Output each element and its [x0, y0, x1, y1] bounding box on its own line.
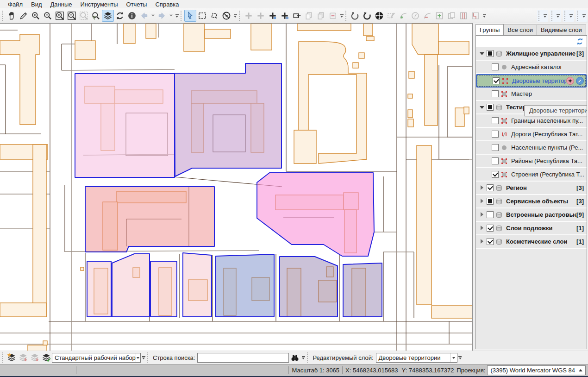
- layer-row[interactable]: Строения (Республика Т...: [476, 168, 587, 182]
- editable-layer-combobox[interactable]: Дворовые территории: [376, 353, 457, 363]
- tab-visible-layers[interactable]: Видимые слои: [537, 25, 586, 35]
- select-rect-button[interactable]: [196, 10, 208, 22]
- courtyard-polygon[interactable]: [257, 173, 374, 256]
- undo-button[interactable]: [361, 10, 373, 22]
- layer-row[interactable]: Границы населенных пу...: [476, 114, 587, 128]
- workspace-apply-button[interactable]: [40, 352, 52, 364]
- object-info-button[interactable]: [126, 10, 138, 22]
- toolbar-overflow-button[interactable]: [174, 11, 180, 21]
- toolbar-overflow-button[interactable]: [141, 352, 146, 363]
- layer-checkbox[interactable]: [487, 50, 494, 57]
- layer-checkbox[interactable]: [492, 117, 499, 124]
- search-input[interactable]: [197, 353, 289, 363]
- layer-row[interactable]: Населенные пункты (Ре...: [476, 141, 587, 155]
- group-create-button[interactable]: [433, 10, 445, 22]
- collapsed-toolbar[interactable]: [576, 10, 587, 22]
- layer-group-row[interactable]: Встроенные растровые с... [9]: [476, 208, 587, 222]
- toolbar-overflow-button[interactable]: [339, 11, 344, 21]
- layer-checkbox[interactable]: [492, 144, 499, 151]
- courtyard-polygon[interactable]: [175, 63, 281, 176]
- zoom-in-rect-button[interactable]: [54, 10, 66, 22]
- layer-row-selected[interactable]: Дворовые территор...: [476, 74, 587, 88]
- courtyard-polygon[interactable]: [112, 254, 150, 317]
- expander-icon[interactable]: [479, 211, 486, 218]
- pan-tool-button[interactable]: [6, 10, 18, 22]
- courtyard-polygon[interactable]: [150, 261, 177, 317]
- toolbar-grip[interactable]: [147, 352, 150, 363]
- layer-checkbox[interactable]: [492, 131, 499, 138]
- tab-all-layers[interactable]: Все слои: [503, 25, 537, 35]
- zoom-out-button[interactable]: [42, 10, 54, 22]
- add-object-xy-button[interactable]: [279, 10, 291, 22]
- layer-checkbox[interactable]: [487, 198, 494, 205]
- workspace-export-button[interactable]: [17, 352, 29, 364]
- layer-checkbox[interactable]: [493, 77, 500, 84]
- projection-combobox[interactable]: (3395) World Mercator WGS 84: [487, 365, 586, 375]
- toolbar-grip[interactable]: [2, 11, 4, 21]
- move-to-group-button[interactable]: [291, 10, 303, 22]
- layer-checkbox[interactable]: [492, 63, 499, 70]
- measure-tool-button[interactable]: [18, 10, 30, 22]
- remove-vertex-button[interactable]: [421, 10, 433, 22]
- courtyard-polygon[interactable]: [183, 253, 212, 317]
- menu-data[interactable]: Данные: [46, 0, 76, 8]
- layer-row[interactable]: Адресный каталог: [476, 61, 587, 74]
- expander-icon[interactable]: [479, 184, 486, 191]
- expander-icon[interactable]: [479, 104, 486, 111]
- move-objects-button[interactable]: [373, 10, 385, 22]
- courtyard-polygon[interactable]: [280, 257, 338, 317]
- zoom-to-selection-button[interactable]: [78, 10, 90, 22]
- refresh-tree-icon[interactable]: [576, 38, 584, 45]
- copy-object-button[interactable]: [303, 10, 315, 22]
- workspace-combobox[interactable]: Стандартный рабочий набор: [52, 353, 141, 363]
- nav-back-dropdown[interactable]: [150, 10, 156, 22]
- menu-help[interactable]: Справка: [151, 0, 183, 8]
- nav-back-button[interactable]: [138, 10, 150, 22]
- layer-checkbox[interactable]: [487, 184, 494, 191]
- collapsed-toolbar[interactable]: [563, 10, 574, 22]
- add-object-rect-button[interactable]: [267, 10, 279, 22]
- courtyard-polygon[interactable]: [87, 261, 111, 317]
- undo-all-button[interactable]: [349, 10, 361, 22]
- courtyard-polygon[interactable]: [85, 187, 214, 252]
- toolbar-grip[interactable]: [307, 352, 309, 363]
- layer-checkbox[interactable]: [492, 171, 499, 178]
- nav-forward-button[interactable]: [156, 10, 168, 22]
- toolbar-overflow-button[interactable]: [457, 352, 463, 363]
- layer-checkbox[interactable]: [487, 238, 494, 245]
- layer-group-row[interactable]: Сервисные объекты [3]: [476, 195, 587, 208]
- map-canvas[interactable]: [0, 24, 472, 351]
- zoom-to-layer-button[interactable]: [90, 10, 102, 22]
- menu-file[interactable]: Файл: [4, 0, 27, 8]
- menu-reports[interactable]: Отчеты: [122, 0, 151, 8]
- zoom-out-rect-button[interactable]: [66, 10, 78, 22]
- courtyard-polygon[interactable]: [343, 263, 382, 317]
- refresh-map-button[interactable]: [114, 10, 126, 22]
- add-vertex-button[interactable]: [397, 10, 409, 22]
- collapsed-toolbar[interactable]: [550, 10, 561, 22]
- expander-icon[interactable]: [479, 238, 486, 245]
- add-object-button[interactable]: [243, 10, 255, 22]
- courtyard-polygon[interactable]: [216, 254, 274, 317]
- layer-group-row[interactable]: Слои подложки [1]: [476, 222, 587, 235]
- nav-forward-dropdown[interactable]: [168, 10, 174, 22]
- tab-groups[interactable]: Группы: [475, 24, 504, 35]
- menu-view[interactable]: Вид: [27, 0, 46, 8]
- layer-checkbox[interactable]: [487, 104, 494, 111]
- collapsed-toolbar[interactable]: [537, 10, 548, 22]
- paste-object-button[interactable]: [315, 10, 327, 22]
- add-object-node-button[interactable]: [255, 10, 267, 22]
- toolbar-grip[interactable]: [239, 11, 241, 21]
- layer-group-row[interactable]: Жилищное управление [3]: [476, 47, 587, 61]
- layer-row[interactable]: Дороги (Республика Тат...: [476, 128, 587, 141]
- workspace-favorite-button[interactable]: [6, 352, 17, 364]
- group-outline-button[interactable]: [469, 10, 482, 22]
- menu-tools[interactable]: Инструменты: [76, 0, 122, 8]
- layer-checkbox[interactable]: [492, 90, 499, 97]
- toolbar-grip[interactable]: [2, 352, 4, 363]
- expander-icon[interactable]: [479, 50, 486, 57]
- workspace-import-button[interactable]: [29, 352, 40, 364]
- expander-icon[interactable]: [479, 198, 486, 205]
- layers-visibility-button[interactable]: [102, 10, 114, 22]
- group-copy-button[interactable]: [445, 10, 457, 22]
